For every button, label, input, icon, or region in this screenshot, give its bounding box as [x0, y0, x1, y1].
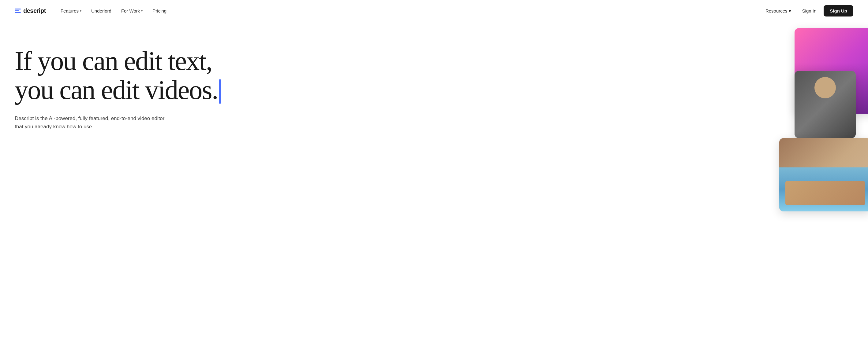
- navigation: descript Features ▾ Underlord For Work ▾…: [0, 0, 868, 22]
- nav-link-features[interactable]: Features ▾: [57, 6, 85, 16]
- dark-person-bg: [795, 71, 856, 138]
- nav-link-underlord[interactable]: Underlord: [88, 6, 115, 16]
- logo-icon: [15, 8, 21, 13]
- nav-right: Resources ▾ Sign In Sign Up: [762, 5, 853, 16]
- hero-content: If you can edit text, you can edit video…: [0, 22, 564, 355]
- chevron-down-icon: ▾: [80, 9, 82, 12]
- hero-section: If you can edit text, you can edit video…: [0, 22, 868, 355]
- logo-text: descript: [23, 7, 46, 14]
- text-cursor: [219, 79, 221, 104]
- logo[interactable]: descript: [15, 7, 46, 14]
- nav-links: Features ▾ Underlord For Work ▾ Pricing: [57, 6, 170, 16]
- hero-headline: If you can edit text, you can edit video…: [15, 46, 549, 105]
- chevron-down-icon: ▾: [789, 8, 791, 14]
- hero-image-card-mid: [795, 71, 856, 138]
- signin-link[interactable]: Sign In: [797, 6, 822, 16]
- hero-image-card-bottom: [779, 138, 868, 211]
- hero-images: Like th: [509, 22, 868, 355]
- nav-link-for-work[interactable]: For Work ▾: [118, 6, 146, 16]
- signup-button[interactable]: Sign Up: [824, 5, 853, 16]
- hero-subtext: Descript is the AI-powered, fully featur…: [15, 114, 168, 131]
- nav-left: descript Features ▾ Underlord For Work ▾…: [15, 6, 170, 16]
- nav-link-pricing[interactable]: Pricing: [149, 6, 170, 16]
- chevron-down-icon: ▾: [141, 9, 143, 12]
- nav-link-resources[interactable]: Resources ▾: [762, 6, 795, 16]
